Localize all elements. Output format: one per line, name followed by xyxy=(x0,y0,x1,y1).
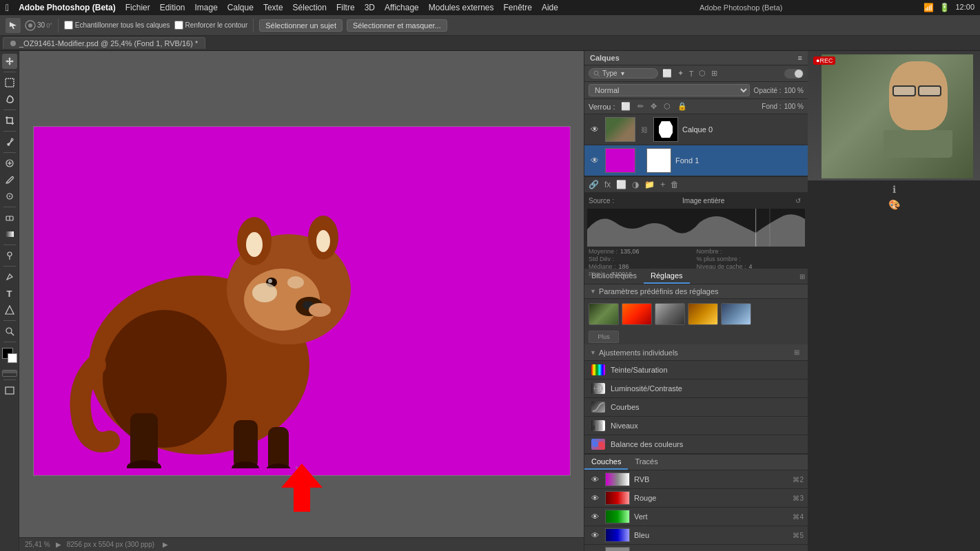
ch-eye-rouge[interactable]: 👁 xyxy=(589,494,601,502)
individual-layout-btn[interactable]: ⊞ xyxy=(791,347,802,357)
renforcer-input[interactable] xyxy=(174,21,183,30)
layer-filter-toggle[interactable] xyxy=(784,69,804,79)
screen-mode-btn[interactable] xyxy=(2,383,17,398)
select-mask-button[interactable]: Sélectionner et masquer... xyxy=(347,19,447,32)
delete-layer-btn[interactable]: 🗑 xyxy=(671,180,679,189)
layers-panel-menu-icon[interactable]: ≡ xyxy=(798,54,802,62)
adj-courbes[interactable]: Courbes xyxy=(584,398,808,417)
heal-tool[interactable] xyxy=(2,156,17,171)
quick-mask-btn[interactable] xyxy=(2,370,17,377)
eyedropper-tool[interactable] xyxy=(2,134,17,149)
crop-tool[interactable] xyxy=(2,113,17,128)
dodge-tool[interactable] xyxy=(2,248,17,263)
layer-filter-pixel-btn[interactable]: ⬜ xyxy=(661,68,673,79)
add-mask-btn[interactable]: ⬜ xyxy=(616,180,626,189)
layer-search-box[interactable]: Type ▾ xyxy=(589,68,658,79)
background-swatch[interactable] xyxy=(8,353,17,363)
status-expand[interactable]: ▶ xyxy=(163,541,168,548)
fill-value[interactable]: 100 % xyxy=(784,103,804,110)
menu-fichier[interactable]: Fichier xyxy=(125,3,150,12)
eraser-tool[interactable] xyxy=(2,210,17,225)
individual-section-header[interactable]: ▼ Ajustements individuels ⊞ xyxy=(584,344,808,361)
histogram-refresh-btn[interactable]: ↺ xyxy=(793,196,804,206)
svg-point-39 xyxy=(594,71,598,75)
menu-modules[interactable]: Modules externes xyxy=(429,3,494,12)
layer-eye-calque0[interactable]: 👁 xyxy=(589,123,601,136)
layer-filter-text-btn[interactable]: T xyxy=(688,69,695,79)
layer-filter-smart-btn[interactable]: ⊞ xyxy=(710,68,719,79)
tab-traces[interactable]: Tracés xyxy=(628,455,664,470)
channel-rvb[interactable]: 👁 RVB ⌘2 xyxy=(584,470,808,489)
preset-plus-btn[interactable]: Plus xyxy=(589,331,619,343)
color-panel-btn[interactable]: 🎨 xyxy=(887,198,901,211)
histogram-header: Source : Image entière ↺ xyxy=(584,193,808,209)
menu-image[interactable]: Image xyxy=(195,3,218,12)
menu-filtre[interactable]: Filtre xyxy=(336,3,355,12)
clone-tool[interactable] xyxy=(2,189,17,204)
color-swatches[interactable] xyxy=(2,348,17,363)
document-tab[interactable]: _OZ91461-Modifier.psd @ 25,4% (Fond 1, R… xyxy=(3,37,205,49)
menu-3d[interactable]: 3D xyxy=(365,3,375,12)
layer-filter-adjustment-btn[interactable]: ✦ xyxy=(676,68,685,79)
channel-fond1masque[interactable]: 👁 Fond 1 Masque ⌃ xyxy=(584,545,808,551)
checkbox-echantillonner[interactable]: Echantillonner tous les calques xyxy=(64,21,170,30)
select-subject-button[interactable]: Sélectionner un sujet xyxy=(259,19,343,32)
pen-tool[interactable] xyxy=(2,269,17,284)
text-tool[interactable]: T xyxy=(2,286,17,301)
menu-fenetre[interactable]: Fenêtre xyxy=(504,3,532,12)
preset-thumb-3[interactable] xyxy=(688,303,718,325)
checkbox-renforcer[interactable]: Renforcer le contour xyxy=(174,21,248,30)
apple-menu[interactable]:  xyxy=(6,2,9,13)
add-adjustment-btn[interactable]: ◑ xyxy=(632,180,639,189)
select-tool-active[interactable] xyxy=(6,18,21,33)
layer-item-fond1[interactable]: 👁 Fond 1 xyxy=(584,145,808,176)
add-group-btn[interactable]: 📁 xyxy=(644,180,655,189)
adj-niveaux[interactable]: Niveaux xyxy=(584,417,808,435)
menu-selection[interactable]: Sélection xyxy=(293,3,327,12)
lock-all-btn[interactable]: 🔒 xyxy=(676,101,688,112)
echantillonner-input[interactable] xyxy=(64,21,73,30)
lasso-tool[interactable] xyxy=(2,92,17,107)
add-style-btn[interactable]: fx xyxy=(604,180,611,189)
layer-eye-fond1[interactable]: 👁 xyxy=(589,154,601,167)
move-tool[interactable] xyxy=(2,54,17,69)
preset-thumb-2[interactable] xyxy=(655,303,685,325)
layer-item-calque0[interactable]: 👁 ⛓ Calque 0 xyxy=(584,114,808,145)
lock-position-btn[interactable]: ✥ xyxy=(649,101,658,112)
menu-aide[interactable]: Aide xyxy=(542,3,558,12)
channel-bleu[interactable]: 👁 Bleu ⌘5 xyxy=(584,526,808,545)
layer-filter-shape-btn[interactable]: ⬡ xyxy=(697,68,707,79)
gradient-tool[interactable] xyxy=(2,227,17,242)
channel-rouge[interactable]: 👁 Rouge ⌘3 xyxy=(584,489,808,508)
marquee-tool[interactable] xyxy=(2,75,17,90)
blend-mode-select[interactable]: Normal xyxy=(589,84,750,96)
adj-balance-couleurs[interactable]: Balance des couleurs xyxy=(584,435,808,454)
shape-tool[interactable] xyxy=(2,302,17,318)
ch-eye-bleu[interactable]: 👁 xyxy=(589,531,601,539)
menu-edition[interactable]: Edition xyxy=(160,3,185,12)
info-panel-btn[interactable]: ℹ xyxy=(891,183,897,196)
tab-close-dot[interactable] xyxy=(10,41,16,46)
lock-transparent-btn[interactable]: ⬜ xyxy=(620,101,632,112)
preset-thumb-0[interactable] xyxy=(589,303,619,325)
preset-section-header[interactable]: ▼ Paramètres prédéfinis des réglages xyxy=(584,284,808,299)
ch-eye-vert[interactable]: 👁 xyxy=(589,512,601,521)
lock-artboard-btn[interactable]: ⬡ xyxy=(662,101,672,112)
tab-couches[interactable]: Couches xyxy=(584,455,628,470)
channel-vert[interactable]: 👁 Vert ⌘4 xyxy=(584,508,808,526)
adj-teinte-saturation[interactable]: Teinte/Saturation xyxy=(584,361,808,380)
lock-pixel-btn[interactable]: ✏ xyxy=(636,101,645,112)
menu-texte[interactable]: Texte xyxy=(263,3,283,12)
search-dropdown-icon[interactable]: ▾ xyxy=(621,70,624,77)
menu-calque[interactable]: Calque xyxy=(227,3,254,12)
add-layer-btn[interactable]: + xyxy=(660,180,665,189)
adj-luminosite-contraste[interactable]: Luminosité/Contraste xyxy=(584,380,808,398)
ch-eye-rvb[interactable]: 👁 xyxy=(589,475,601,484)
link-layers-btn[interactable]: 🔗 xyxy=(589,180,599,189)
preset-thumb-1[interactable] xyxy=(622,303,652,325)
opacity-value[interactable]: 100 % xyxy=(784,87,804,94)
brush-tool[interactable] xyxy=(2,172,17,187)
preset-thumb-4[interactable] xyxy=(721,303,751,325)
menu-affichage[interactable]: Affichage xyxy=(385,3,419,12)
zoom-tool[interactable] xyxy=(2,324,17,339)
